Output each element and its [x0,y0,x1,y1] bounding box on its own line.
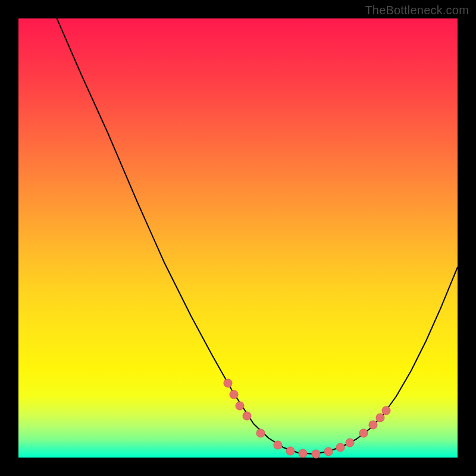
highlight-dot [369,421,377,429]
highlight-dot [224,379,232,387]
highlight-dots-group [224,379,390,458]
highlight-dot [312,450,320,458]
bottleneck-curve [55,15,458,454]
highlight-dot [243,412,251,420]
highlight-dot [376,414,384,422]
highlight-dot [230,390,238,399]
highlight-dot [336,443,345,452]
highlight-dot [236,402,244,410]
watermark-text: TheBottleneck.com [365,4,469,17]
highlight-dot [299,449,307,458]
highlight-dot [274,441,282,449]
highlight-dot [346,439,354,447]
highlight-dot [256,429,265,437]
highlight-dot [359,429,368,437]
highlight-dot [382,406,390,415]
highlight-dot [324,447,333,456]
chart-overlay [18,18,458,458]
chart-stage: TheBottleneck.com [0,0,476,476]
highlight-dot [286,447,295,455]
